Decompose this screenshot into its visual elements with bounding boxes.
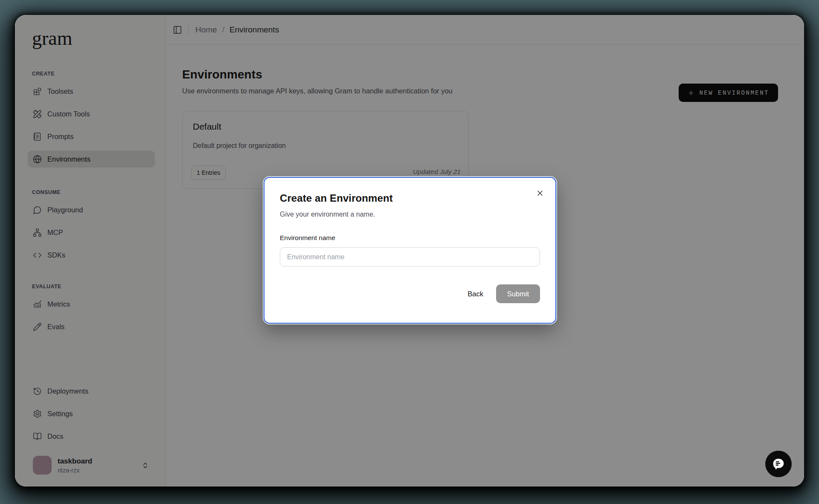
chat-bubble-icon xyxy=(771,456,786,472)
modal-subtitle: Give your environment a name. xyxy=(280,211,540,218)
app-window: gram CREATE Toolsets Custom Tools Promp xyxy=(15,15,804,487)
chat-launcher-button[interactable] xyxy=(765,451,792,477)
create-environment-modal: Create an Environment Give your environm… xyxy=(264,177,556,324)
environment-name-input[interactable] xyxy=(280,247,540,266)
environment-name-label: Environment name xyxy=(280,234,540,242)
modal-title: Create an Environment xyxy=(280,192,540,204)
back-button[interactable]: Back xyxy=(468,290,483,298)
close-icon[interactable] xyxy=(536,189,544,197)
modal-footer: Back Submit xyxy=(280,284,540,303)
submit-button[interactable]: Submit xyxy=(496,284,540,303)
